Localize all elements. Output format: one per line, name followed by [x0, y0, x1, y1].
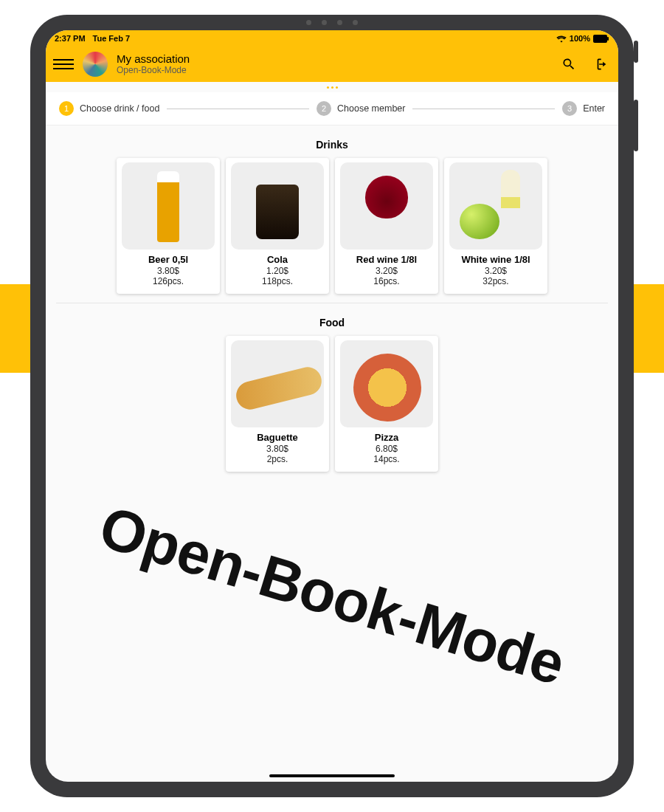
product-stock: 118pcs.	[262, 276, 293, 286]
grab-handle[interactable]	[46, 82, 618, 92]
status-time: 2:37 PM	[55, 34, 86, 43]
product-stock: 14pcs.	[373, 454, 399, 464]
step-1[interactable]: 1 Choose drink / food	[59, 101, 159, 116]
search-button[interactable]	[558, 53, 580, 75]
battery-icon	[593, 35, 609, 43]
section-title-drinks: Drinks	[46, 139, 618, 151]
product-name: Baguette	[257, 432, 298, 443]
search-icon	[561, 57, 576, 72]
step-label: Enter	[583, 103, 605, 114]
product-card[interactable]: Baguette3.80$2pcs.	[226, 336, 329, 472]
home-indicator[interactable]	[269, 774, 395, 777]
product-price: 1.20$	[266, 266, 288, 276]
product-stock: 16pcs.	[373, 276, 399, 286]
step-3[interactable]: 3 Enter	[562, 101, 605, 116]
status-battery: 100%	[570, 34, 590, 43]
menu-button[interactable]	[53, 54, 74, 75]
content-area: Drinks Beer 0,5l3.80$126pcs.Cola1.20$118…	[46, 139, 618, 481]
product-card[interactable]: Red wine 1/8l3.20$16pcs.	[335, 158, 438, 294]
product-image	[122, 162, 215, 250]
section-title-food: Food	[46, 317, 618, 328]
product-image	[340, 340, 433, 427]
product-card[interactable]: Cola1.20$118pcs.	[226, 158, 329, 294]
product-card[interactable]: White wine 1/8l3.20$32pcs.	[444, 158, 547, 294]
product-price: 3.20$	[485, 266, 507, 276]
product-price: 6.80$	[376, 444, 398, 454]
product-name: Cola	[267, 254, 288, 265]
product-stock: 32pcs.	[483, 276, 508, 286]
logout-icon	[592, 57, 607, 72]
product-price: 3.80$	[266, 444, 288, 454]
product-image	[231, 162, 324, 250]
logout-button[interactable]	[589, 53, 611, 75]
product-name: Red wine 1/8l	[356, 254, 417, 265]
step-label: Choose member	[337, 103, 405, 114]
product-stock: 126pcs.	[153, 276, 184, 286]
product-name: Beer 0,5l	[148, 254, 188, 265]
product-price: 3.20$	[376, 266, 398, 276]
svg-rect-1	[607, 37, 609, 41]
step-label: Choose drink / food	[80, 103, 159, 114]
product-image	[340, 162, 433, 250]
status-date: Tue Feb 7	[93, 34, 131, 43]
product-image	[231, 340, 324, 427]
watermark-text: Open-Book-Mode	[92, 493, 573, 699]
stepper: 1 Choose drink / food 2 Choose member 3 …	[46, 92, 618, 125]
product-image	[449, 162, 542, 250]
tablet-frame: 2:37 PM Tue Feb 7 100% My association	[30, 15, 634, 797]
step-2[interactable]: 2 Choose member	[317, 101, 405, 116]
app-header: My association Open-Book-Mode	[46, 47, 618, 82]
product-name: Pizza	[375, 432, 399, 443]
wifi-icon	[556, 35, 567, 43]
avatar[interactable]	[83, 52, 108, 77]
product-stock: 2pcs.	[267, 454, 288, 464]
product-price: 3.80$	[157, 266, 179, 276]
product-card[interactable]: Pizza6.80$14pcs.	[335, 336, 438, 472]
product-card[interactable]: Beer 0,5l3.80$126pcs.	[117, 158, 220, 294]
status-bar: 2:37 PM Tue Feb 7 100%	[46, 30, 618, 47]
svg-rect-0	[593, 35, 607, 43]
product-name: White wine 1/8l	[461, 254, 530, 265]
drinks-grid: Beer 0,5l3.80$126pcs.Cola1.20$118pcs.Red…	[46, 158, 618, 303]
food-grid: Baguette3.80$2pcs.Pizza6.80$14pcs.	[46, 336, 618, 481]
header-title: My association	[117, 52, 190, 65]
header-subtitle: Open-Book-Mode	[117, 66, 190, 76]
